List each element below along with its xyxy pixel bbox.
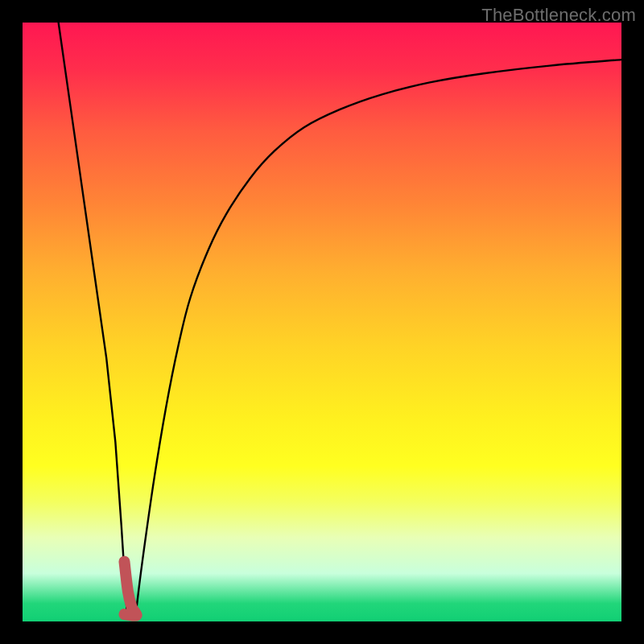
marker-stroke (124, 562, 136, 616)
chart-frame: TheBottleneck.com (0, 0, 644, 644)
chart-svg (23, 23, 621, 621)
curve-left-branch (59, 23, 127, 609)
chart-plot-area (23, 23, 621, 621)
curve-right-branch (136, 60, 621, 609)
